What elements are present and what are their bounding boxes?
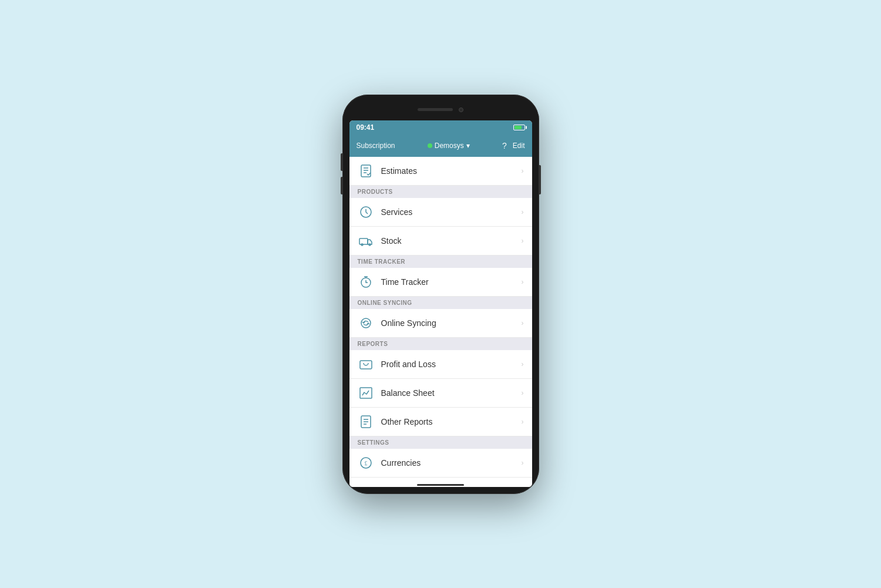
profit-loss-label: Profit and Loss — [381, 359, 515, 369]
money-icon — [358, 356, 374, 372]
edit-button[interactable]: Edit — [513, 142, 525, 150]
phone-screen: 09:41 Subscription Demosys ▾ ? Edit — [349, 120, 532, 487]
section-header-settings: SETTINGS — [349, 436, 532, 449]
timer-icon — [358, 274, 374, 290]
menu-item-stock[interactable]: Stock › — [349, 227, 532, 256]
clock: 09:41 — [357, 123, 375, 132]
home-bar — [417, 484, 464, 486]
menu-item-other-reports[interactable]: Other Reports › — [349, 408, 532, 436]
document-icon — [358, 163, 374, 179]
chevron-right-icon: › — [522, 278, 524, 286]
menu-item-balance-sheet[interactable]: Balance Sheet › — [349, 379, 532, 408]
svg-point-11 — [361, 318, 371, 328]
chevron-right-icon: › — [522, 167, 524, 175]
menu-item-services[interactable]: Services › — [349, 198, 532, 227]
svg-rect-12 — [360, 361, 372, 369]
sync-icon — [358, 315, 374, 331]
power-button — [539, 165, 541, 194]
chevron-right-icon: › — [522, 237, 524, 245]
chart-icon — [358, 385, 374, 401]
menu-item-estimates[interactable]: Estimates › — [349, 157, 532, 186]
svg-rect-15 — [360, 388, 372, 398]
home-indicator — [349, 481, 532, 487]
section-header-products: PRODUCTS — [349, 186, 532, 198]
currency-icon: £ — [358, 455, 374, 471]
chevron-right-icon: › — [522, 459, 524, 467]
clock-icon — [358, 204, 374, 220]
svg-rect-5 — [359, 238, 368, 244]
menu-item-currencies[interactable]: £ Currencies › — [349, 449, 532, 478]
dropdown-arrow: ▾ — [466, 142, 470, 150]
menu-list: Estimates › PRODUCTS Services › — [349, 157, 532, 481]
svg-text:£: £ — [364, 460, 367, 466]
stock-label: Stock — [381, 236, 515, 246]
online-syncing-label: Online Syncing — [381, 318, 515, 328]
time-tracker-label: Time Tracker — [381, 277, 515, 287]
battery-fill — [515, 126, 522, 129]
svg-rect-0 — [361, 165, 371, 177]
truck-icon — [358, 233, 374, 249]
volume-down-button — [341, 177, 342, 194]
chevron-right-icon: › — [522, 360, 524, 368]
menu-item-profit-loss[interactable]: Profit and Loss › — [349, 350, 532, 379]
services-label: Services — [381, 207, 515, 217]
section-header-reports: REPORTS — [349, 338, 532, 350]
speaker — [418, 108, 453, 111]
subscription-label: Subscription — [357, 142, 395, 150]
nav-bar: Subscription Demosys ▾ ? Edit — [349, 135, 532, 157]
online-indicator — [428, 143, 432, 148]
menu-item-time-tracker[interactable]: Time Tracker › — [349, 268, 532, 297]
chevron-right-icon: › — [522, 208, 524, 216]
front-camera — [459, 107, 463, 112]
section-header-online-syncing: ONLINE SYNCING — [349, 297, 532, 309]
menu-item-online-syncing[interactable]: Online Syncing › — [349, 309, 532, 338]
company-name: Demosys — [435, 142, 464, 150]
chevron-right-icon: › — [522, 389, 524, 397]
section-header-time-tracker: TIME TRACKER — [349, 256, 532, 268]
phone-notch — [349, 102, 532, 118]
chevron-right-icon: › — [522, 319, 524, 327]
battery-icon — [513, 125, 525, 130]
report-icon — [358, 414, 374, 430]
company-selector[interactable]: Demosys ▾ — [428, 142, 470, 150]
chevron-right-icon: › — [522, 418, 524, 426]
balance-sheet-label: Balance Sheet — [381, 388, 515, 398]
volume-up-button — [341, 153, 342, 171]
nav-actions: ? Edit — [502, 141, 524, 150]
phone-device: 09:41 Subscription Demosys ▾ ? Edit — [342, 95, 539, 494]
status-icons — [513, 125, 525, 130]
currencies-label: Currencies — [381, 458, 515, 468]
status-bar: 09:41 — [349, 120, 532, 135]
estimates-label: Estimates — [381, 166, 515, 176]
help-button[interactable]: ? — [502, 141, 507, 150]
other-reports-label: Other Reports — [381, 417, 515, 426]
